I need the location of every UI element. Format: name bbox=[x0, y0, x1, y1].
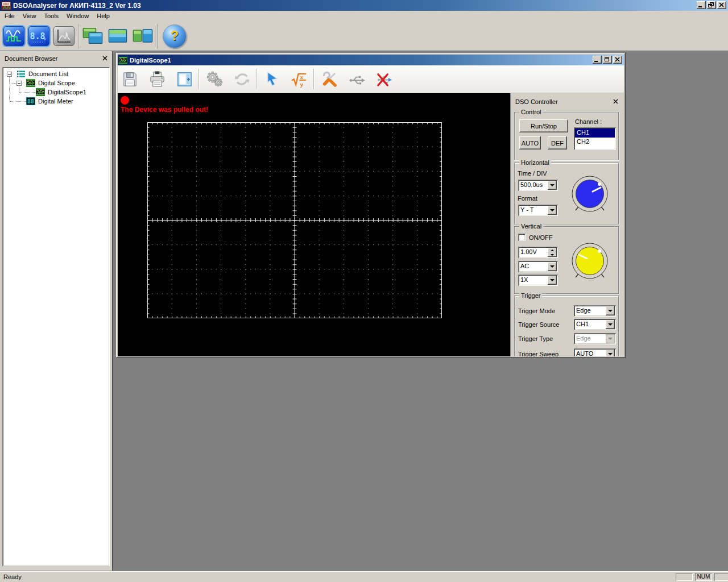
child-window-title-bar[interactable]: DigitalScope1 bbox=[118, 55, 624, 65]
tools-button[interactable] bbox=[320, 68, 339, 90]
trigger-type-row: Trigger Type Edge bbox=[515, 333, 618, 346]
trigger-sweep-combo[interactable]: AUTO bbox=[574, 348, 616, 356]
tree-item-label: Digital Meter bbox=[38, 98, 73, 105]
close-panel-button[interactable] bbox=[611, 97, 620, 105]
toolbar-separator bbox=[256, 69, 257, 89]
menu-view[interactable]: View bbox=[19, 11, 40, 20]
toolbar-separator bbox=[198, 69, 199, 89]
channel-option-ch1[interactable]: CH1 bbox=[575, 128, 615, 138]
scope-display: The Device was pulled out! bbox=[118, 93, 510, 356]
svg-text:v: v bbox=[44, 36, 46, 41]
help-button[interactable]: ? bbox=[163, 24, 187, 48]
time-div-combo[interactable]: 500.0us bbox=[518, 180, 558, 191]
dropdown-arrow-icon[interactable] bbox=[606, 334, 615, 343]
document-browser-header: Document Browser bbox=[0, 51, 112, 66]
def-button[interactable]: DEF bbox=[548, 136, 567, 149]
dropdown-arrow-icon[interactable] bbox=[548, 181, 557, 190]
format-label: Format bbox=[518, 195, 537, 202]
horizontal-group: Horizontal Time / DIV 500.0us Format Y -… bbox=[514, 163, 619, 225]
child-maximize-button[interactable] bbox=[603, 56, 612, 64]
status-bar: Ready NUM bbox=[0, 571, 728, 582]
dropdown-arrow-icon[interactable] bbox=[548, 262, 557, 271]
scope-client-area: The Device was pulled out! DSO Controlle… bbox=[118, 93, 624, 356]
trigger-row-label: Trigger Sweep bbox=[518, 351, 559, 356]
menu-file[interactable]: File bbox=[1, 11, 19, 20]
trigger-row-label: Trigger Mode bbox=[518, 307, 555, 314]
tree-expander-icon[interactable] bbox=[16, 81, 22, 86]
trigger-mode-row: Trigger Mode Edge bbox=[515, 305, 618, 318]
run-stop-button[interactable]: Run/Stop bbox=[519, 119, 568, 132]
tree-item-digital-meter[interactable]: 88 Digital Meter bbox=[2, 97, 110, 106]
refresh-button[interactable] bbox=[232, 68, 251, 90]
save-button[interactable] bbox=[120, 68, 139, 90]
tree-item-label: DigitalScope1 bbox=[48, 89, 86, 95]
dropdown-arrow-icon[interactable] bbox=[606, 350, 615, 356]
main-title-bar[interactable]: 0101 DSOAnalyser for АКИП-4113_2 Ver 1.0… bbox=[0, 0, 728, 11]
usb-connect-button[interactable] bbox=[347, 68, 366, 90]
horizontal-knob[interactable] bbox=[568, 173, 611, 215]
child-minimize-button[interactable] bbox=[593, 56, 602, 64]
panel-layout-button[interactable] bbox=[175, 68, 194, 90]
cursor-button[interactable] bbox=[262, 68, 282, 90]
usb-connect-icon bbox=[348, 70, 366, 88]
usb-disconnect-button[interactable] bbox=[374, 68, 394, 90]
probe-combo[interactable]: 1X bbox=[518, 275, 558, 286]
math-sqrt-icon: x y bbox=[291, 70, 308, 88]
close-button[interactable] bbox=[717, 1, 726, 9]
tile-windows-button[interactable] bbox=[105, 23, 130, 50]
channel-label: Channel : bbox=[575, 118, 602, 125]
tree-item-document-list[interactable]: Document List bbox=[2, 69, 110, 78]
status-cell-caps bbox=[676, 573, 693, 581]
window-title: DSOAnalyser for АКИП-4113_2 Ver 1.03 bbox=[13, 2, 141, 10]
settings-button[interactable] bbox=[205, 68, 224, 90]
digital-meter-icon: 88 bbox=[26, 97, 35, 106]
tree-item-digitalscope1[interactable]: DigitalScope1 bbox=[2, 88, 110, 97]
close-panel-button[interactable] bbox=[100, 54, 109, 62]
vertical-group: Vertical ON/OFF 1.00V AC bbox=[514, 226, 619, 294]
print-button[interactable] bbox=[147, 68, 167, 90]
trigger-group: Trigger Trigger Mode Edge Trigger Source… bbox=[514, 296, 619, 356]
tree-expander-icon[interactable] bbox=[7, 72, 12, 77]
mdi-workspace: DigitalScope1 bbox=[113, 51, 728, 571]
menu-tools[interactable]: Tools bbox=[40, 11, 63, 20]
trigger-type-combo[interactable]: Edge bbox=[574, 333, 616, 344]
trigger-mode-combo[interactable]: Edge bbox=[574, 305, 616, 317]
digitalscope1-window: DigitalScope1 bbox=[116, 53, 626, 358]
dso-controller-panel: DSO Controller Control Run/Stop AUTO DEF… bbox=[510, 93, 624, 356]
dropdown-arrow-icon[interactable] bbox=[606, 320, 615, 329]
minimize-button[interactable] bbox=[697, 1, 706, 9]
auto-button[interactable]: AUTO bbox=[519, 136, 541, 149]
cascade-windows-button[interactable] bbox=[80, 23, 105, 50]
tile-vertical-windows-button[interactable] bbox=[130, 23, 155, 50]
chart-icon bbox=[53, 26, 75, 46]
svg-text:0101: 0101 bbox=[3, 2, 9, 5]
tree-item-digital-scope[interactable]: Digital Scope bbox=[2, 78, 110, 88]
onoff-checkbox[interactable] bbox=[518, 234, 526, 241]
save-icon bbox=[121, 70, 139, 88]
digital-scope-button[interactable] bbox=[1, 23, 26, 50]
volts-div-spinner[interactable]: 1.00V bbox=[518, 247, 558, 258]
tree-item-label: Digital Scope bbox=[38, 80, 75, 86]
trigger-source-combo[interactable]: CH1 bbox=[574, 319, 616, 330]
vertical-knob[interactable] bbox=[568, 240, 611, 282]
spin-down-button[interactable] bbox=[548, 252, 557, 257]
dropdown-arrow-icon[interactable] bbox=[606, 306, 615, 315]
dropdown-arrow-icon[interactable] bbox=[548, 276, 557, 285]
dropdown-arrow-icon[interactable] bbox=[548, 206, 557, 215]
restore-button[interactable] bbox=[707, 1, 716, 9]
menu-help[interactable]: Help bbox=[93, 11, 114, 20]
dso-analyser-app: { "window": { "title": "DSOAnalyser for … bbox=[0, 0, 728, 582]
chart-button[interactable] bbox=[51, 23, 76, 50]
spin-up-button[interactable] bbox=[548, 248, 557, 252]
menu-window[interactable]: Window bbox=[63, 11, 93, 20]
coupling-combo[interactable]: AC bbox=[518, 261, 558, 272]
child-close-button[interactable] bbox=[613, 56, 622, 64]
format-combo[interactable]: Y - T bbox=[518, 205, 558, 216]
digital-meter-button[interactable]: 8.8 v bbox=[26, 23, 51, 50]
math-button[interactable]: x y bbox=[289, 68, 309, 90]
settings-gears-icon bbox=[206, 70, 224, 88]
scope-graticule bbox=[147, 122, 442, 318]
trigger-row-label: Trigger Source bbox=[518, 321, 559, 328]
svg-text:y: y bbox=[300, 81, 303, 88]
channel-option-ch2[interactable]: CH2 bbox=[575, 138, 615, 147]
